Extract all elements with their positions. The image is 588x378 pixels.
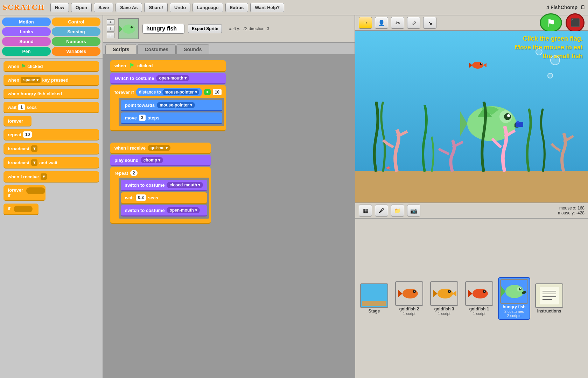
- block-when-key-pressed[interactable]: when space ▾ key pressed: [4, 75, 99, 86]
- paint-tool-btn[interactable]: 🖌: [375, 205, 388, 217]
- block-repeat[interactable]: repeat 10: [4, 129, 99, 140]
- right-panel: → 👤 ✂ ⇗ ↘ ⚑ ⬛ Click the green flag.Move …: [355, 15, 588, 378]
- sprite-header: + i - hungry fish Export Sprite x: 6 y: …: [103, 15, 355, 43]
- block-repeat-container[interactable]: repeat 2 switch to costume closed-mouth …: [110, 167, 211, 224]
- stage-view-btn[interactable]: ▦: [359, 205, 372, 217]
- category-variables[interactable]: Variables: [52, 47, 100, 56]
- block-when-sprite-clicked[interactable]: when hungry fish clicked: [4, 89, 99, 99]
- category-sensing[interactable]: Sensing: [52, 27, 100, 36]
- block-play-sound[interactable]: play sound chomp ▾: [110, 155, 211, 166]
- block-move-steps[interactable]: move 3 steps: [121, 112, 222, 124]
- stage-instruction-text: Click the green flag.Move the mouse to e…: [515, 34, 583, 61]
- svg-marker-5: [469, 62, 472, 68]
- project-title: 4 FishChomp: [546, 5, 578, 10]
- svg-point-6: [480, 63, 482, 65]
- categories-panel: Motion Control Looks Sensing Sound Numbe…: [0, 15, 103, 59]
- green-flag-button[interactable]: ⚑: [540, 13, 562, 32]
- folder-tool-btn[interactable]: 📁: [391, 205, 404, 217]
- block-forever-if-container[interactable]: forever if distance to mouse-pointer ▾ >…: [110, 85, 226, 131]
- open-button[interactable]: Open: [71, 3, 92, 12]
- sea-plants: [355, 102, 588, 172]
- tab-costumes[interactable]: Costumes: [137, 44, 176, 54]
- sprite-shrink-btn[interactable]: -: [107, 33, 114, 38]
- sprite-grow-btn[interactable]: +: [107, 19, 114, 25]
- stop-button[interactable]: ⬛: [566, 13, 584, 32]
- hungry-fish-scripts: 2 scripts: [507, 314, 522, 318]
- block-forever[interactable]: forever: [4, 116, 31, 126]
- share-button[interactable]: Share!: [144, 3, 167, 12]
- category-pen[interactable]: Pen: [2, 47, 51, 56]
- sprite-name-box[interactable]: hungry fish: [142, 24, 184, 34]
- category-sound[interactable]: Sound: [2, 37, 51, 46]
- category-numbers[interactable]: Numbers: [52, 37, 100, 46]
- instructions-thumb[interactable]: instructions: [533, 281, 565, 316]
- svg-point-20: [402, 289, 418, 298]
- block-wait-secs[interactable]: wait 0.3 secs: [121, 192, 207, 204]
- block-when-flag-clicked[interactable]: when ⚑ clicked: [110, 60, 226, 72]
- mouse-coords: mouse x: 168 mouse y: -428: [558, 206, 584, 215]
- sprite-thumbnail: [118, 18, 139, 39]
- block-broadcast-wait[interactable]: broadcast ▾ and wait: [4, 157, 99, 169]
- goldfish2-thumb[interactable]: goldfish 2 1 script: [393, 279, 425, 318]
- tab-sounds[interactable]: Sounds: [176, 44, 209, 54]
- project-icon: 🗒: [580, 5, 585, 10]
- save-as-button[interactable]: Save As: [115, 3, 142, 12]
- stage-thumb[interactable]: Stage: [358, 281, 390, 316]
- person-tool[interactable]: 👤: [375, 17, 388, 29]
- ocean-floor: [355, 171, 588, 202]
- svg-marker-28: [452, 291, 456, 296]
- category-motion[interactable]: Motion: [2, 18, 51, 26]
- block-if[interactable]: if: [4, 204, 38, 215]
- svg-point-33: [505, 285, 524, 298]
- goldfish3-thumb[interactable]: goldfish 3 1 script: [428, 279, 460, 318]
- flag-stop-area: ⚑ ⬛: [540, 13, 584, 32]
- goldfish-sprite: [469, 59, 486, 72]
- contract-tool[interactable]: ↘: [423, 17, 436, 29]
- block-wait[interactable]: wait 1 secs: [4, 102, 99, 113]
- tab-scripts[interactable]: Scripts: [105, 44, 136, 54]
- block-point-towards[interactable]: point towards mouse-pointer ▾: [121, 100, 222, 111]
- language-button[interactable]: Language: [192, 3, 223, 12]
- tabs-bar: Scripts Costumes Sounds: [103, 43, 355, 55]
- stage-thumb-label: Stage: [369, 309, 380, 314]
- block-switch-costume-closed[interactable]: switch to costume closed-mouth ▾: [121, 180, 207, 191]
- svg-point-2: [131, 26, 133, 28]
- goldfish1-thumb[interactable]: goldfish 1 1 script: [463, 279, 495, 318]
- new-button[interactable]: New: [50, 3, 69, 12]
- category-control[interactable]: Control: [52, 18, 100, 26]
- app-logo: SCRATCH: [3, 3, 45, 12]
- sprite-controls: + i -: [107, 19, 114, 38]
- hungry-fish-label: hungry fish: [503, 304, 525, 309]
- svg-point-24: [438, 289, 453, 298]
- block-switch-costume-1[interactable]: switch to costume open-mouth ▾: [110, 73, 226, 84]
- main-layout: Motion Control Looks Sensing Sound Numbe…: [0, 15, 588, 378]
- scissors-tool[interactable]: ✂: [391, 17, 404, 29]
- block-forever-if[interactable]: forever if: [4, 185, 46, 201]
- svg-point-7: [481, 63, 482, 64]
- blocks-palette: when ⚑ clicked when space ▾ key pressed …: [0, 59, 103, 378]
- block-when-clicked[interactable]: when ⚑ clicked: [4, 61, 99, 72]
- extras-button[interactable]: Extras: [225, 3, 248, 12]
- goldfish1-scripts: 1 script: [473, 311, 485, 316]
- instructions-thumb-img: [535, 283, 563, 308]
- block-broadcast[interactable]: broadcast ▾: [4, 143, 99, 154]
- undo-button[interactable]: Undo: [170, 3, 190, 12]
- expand-tool[interactable]: ⇗: [407, 17, 420, 29]
- mouse-y-value: -428: [576, 211, 584, 215]
- repeat-body: switch to costume closed-mouth ▾ wait 0.…: [119, 178, 209, 219]
- export-sprite-button[interactable]: Export Sprite: [188, 24, 222, 33]
- scripts-area[interactable]: when ⚑ clicked switch to costume open-mo…: [103, 55, 355, 378]
- block-switch-costume-open[interactable]: switch to costume open-mouth ▾: [121, 205, 207, 217]
- block-when-receive[interactable]: when I receive ▾: [4, 171, 99, 183]
- help-button[interactable]: Want Help?: [250, 3, 284, 12]
- camera-tool-btn[interactable]: 📷: [407, 205, 420, 217]
- hungry-fish-thumb[interactable]: hungry fish 2 costumes 2 scripts: [498, 277, 530, 320]
- script-group-1: when ⚑ clicked switch to costume open-mo…: [110, 60, 226, 131]
- bubble-5: [550, 55, 560, 65]
- cursor-tool[interactable]: →: [359, 17, 372, 29]
- sprite-info-btn[interactable]: i: [107, 26, 114, 32]
- save-button[interactable]: Save: [94, 3, 113, 12]
- category-looks[interactable]: Looks: [2, 27, 51, 36]
- block-when-receive-gotme[interactable]: when I receive got-me ▾: [110, 143, 211, 154]
- stage-canvas[interactable]: Click the green flag.Move the mouse to e…: [355, 31, 588, 202]
